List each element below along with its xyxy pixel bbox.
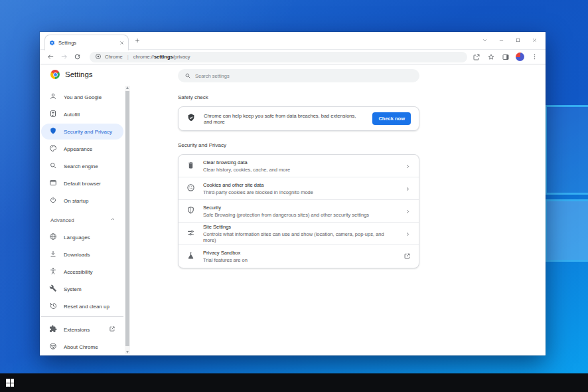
chrome-logo-icon — [50, 70, 60, 79]
safety-check-heading: Safety check — [178, 94, 208, 100]
sidebar-item-appearance[interactable]: Appearance — [41, 141, 123, 157]
tab-title: Settings — [58, 40, 116, 46]
search-icon — [184, 70, 191, 82]
url-text: chrome://settings/privacy — [133, 54, 190, 60]
row-subtitle: Third-party cookies are blocked in Incog… — [203, 189, 397, 195]
shield-check-icon — [186, 113, 196, 125]
bookmark-star-icon[interactable] — [486, 52, 496, 62]
sidebar-item-accessibility[interactable]: Accessibility — [41, 264, 123, 280]
row-security[interactable]: Security Safe Browsing (protection from … — [179, 200, 419, 223]
settings-page: Settings You and Google Autofill Securit… — [40, 65, 546, 355]
download-icon — [49, 250, 57, 259]
flask-icon — [186, 250, 195, 262]
titlebar: Settings — [40, 32, 546, 50]
row-title: Clear browsing data — [203, 159, 397, 165]
url-product: Chrome — [105, 54, 123, 60]
settings-sidebar: Settings You and Google Autofill Securit… — [40, 65, 130, 355]
share-icon[interactable] — [472, 52, 481, 62]
address-bar[interactable]: Chrome | chrome://settings/privacy — [90, 52, 467, 62]
browser-toolbar: Chrome | chrome://settings/privacy — [40, 50, 546, 64]
profile-avatar[interactable] — [516, 52, 524, 61]
sidebar-scrollbar[interactable] — [125, 86, 130, 354]
browser-frame-icon — [49, 179, 57, 188]
chevron-right-icon — [405, 160, 411, 172]
safety-check-card: Chrome can help keep you safe from data … — [178, 106, 419, 131]
menu-dots-icon[interactable] — [530, 52, 539, 62]
sidebar-item-search-engine[interactable]: Search engine — [41, 158, 123, 174]
trash-icon — [186, 160, 195, 172]
taskbar — [0, 373, 588, 392]
scroll-down-icon[interactable] — [126, 351, 129, 353]
page-title: Settings — [65, 70, 93, 78]
search-input[interactable] — [195, 73, 413, 79]
chrome-page-icon — [95, 53, 102, 61]
chevron-right-icon — [405, 205, 411, 217]
settings-search[interactable] — [178, 69, 419, 82]
settings-header: Settings — [50, 70, 93, 79]
open-in-new-icon — [109, 326, 115, 334]
row-subtitle: Trial features are on — [203, 257, 396, 263]
tab-search-chevron-icon[interactable] — [477, 33, 493, 47]
row-privacy-sandbox[interactable]: Privacy Sandbox Trial features are on — [179, 245, 419, 268]
forward-icon[interactable] — [58, 51, 70, 62]
back-icon[interactable] — [45, 51, 56, 62]
browser-tab-settings[interactable]: Settings — [44, 35, 129, 50]
minimize-button[interactable] — [493, 33, 510, 47]
sidebar-item-about-chrome[interactable]: About Chrome — [41, 339, 123, 355]
row-title: Cookies and other site data — [203, 182, 397, 188]
desktop: Settings — [0, 0, 588, 392]
close-button[interactable] — [526, 33, 543, 47]
open-in-new-icon — [404, 250, 411, 262]
chevron-up-icon — [110, 217, 115, 223]
globe-icon — [49, 233, 57, 242]
safety-check-message: Chrome can help keep you safe from data … — [204, 113, 364, 125]
row-title: Site Settings — [203, 224, 397, 230]
row-title: Security — [203, 205, 397, 211]
reload-icon[interactable] — [72, 51, 83, 62]
row-subtitle: Clear history, cookies, cache, and more — [203, 167, 397, 173]
windows-logo-icon — [6, 379, 14, 387]
check-now-button[interactable]: Check now — [372, 112, 411, 125]
row-site-settings[interactable]: Site Settings Controls what information … — [179, 223, 419, 245]
wallpaper-window-glow — [545, 105, 588, 195]
power-icon — [49, 196, 57, 205]
start-button[interactable] — [0, 373, 20, 392]
sidebar-item-security-and-privacy[interactable]: Security and Privacy — [41, 124, 123, 140]
browser-window: Settings — [40, 32, 546, 355]
sidebar-divider — [41, 316, 123, 317]
chevron-right-icon — [405, 183, 411, 195]
sidebar-item-autofill[interactable]: Autofill — [41, 106, 123, 122]
shield-icon — [186, 205, 195, 217]
wrench-icon — [49, 284, 57, 294]
sidebar-item-you-and-google[interactable]: You and Google — [41, 89, 123, 105]
cookie-icon — [186, 183, 195, 195]
chrome-icon — [49, 342, 57, 351]
search-icon — [49, 161, 57, 171]
shield-icon — [49, 127, 57, 136]
person-icon — [49, 92, 57, 102]
sidebar-item-downloads[interactable]: Downloads — [41, 246, 123, 262]
sidebar-item-default-browser[interactable]: Default browser — [41, 175, 123, 191]
new-tab-button[interactable] — [134, 37, 141, 44]
sidebar-item-extensions[interactable]: Extensions — [41, 322, 123, 338]
scroll-up-icon[interactable] — [126, 86, 129, 89]
accessibility-icon — [49, 267, 57, 276]
tab-close-icon[interactable] — [119, 41, 124, 45]
sidebar-item-system[interactable]: System — [41, 281, 123, 297]
sidebar-item-reset-and-clean-up[interactable]: Reset and clean up — [41, 298, 123, 314]
gear-icon — [49, 37, 55, 49]
row-title: Privacy Sandbox — [203, 250, 396, 256]
side-panel-icon[interactable] — [501, 52, 510, 62]
scrollbar-thumb[interactable] — [125, 91, 129, 346]
row-clear-browsing-data[interactable]: Clear browsing data Clear history, cooki… — [179, 155, 419, 177]
row-subtitle: Safe Browsing (protection from dangerous… — [203, 212, 397, 218]
maximize-button[interactable] — [510, 33, 526, 47]
sidebar-item-languages[interactable]: Languages — [41, 229, 123, 245]
sidebar-item-on-startup[interactable]: On startup — [41, 193, 123, 209]
restore-icon — [49, 302, 57, 311]
tune-icon — [186, 228, 195, 240]
row-cookies-and-other-site-data[interactable]: Cookies and other site data Third-party … — [179, 177, 419, 200]
sidebar-advanced-toggle[interactable]: Advanced — [41, 212, 123, 228]
chevron-right-icon — [405, 228, 411, 240]
autofill-icon — [49, 110, 57, 119]
